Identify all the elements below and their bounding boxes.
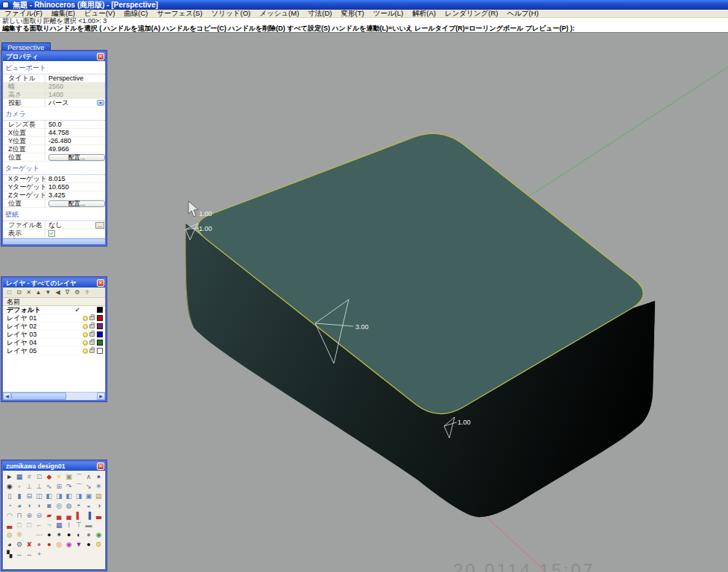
close-icon[interactable]: ✕ <box>97 53 104 60</box>
scrollbar-thumb[interactable] <box>11 393 66 400</box>
copy-layer-icon[interactable]: ⊡ <box>14 288 24 297</box>
toolbox-icon-r7c9[interactable]: ● <box>83 530 93 540</box>
menu-item-3[interactable]: 曲線(C) <box>119 10 152 17</box>
property-value[interactable]: 配置... <box>45 153 105 161</box>
toolbox-icon-r2c2[interactable]: ∘ <box>14 482 24 492</box>
toolbox-icon-r8c10[interactable]: ⚙ <box>94 540 104 550</box>
layer-panel-titlebar[interactable]: レイヤ - すべてのレイヤ ✕ <box>3 279 105 287</box>
toolbox-icon-r7c1[interactable]: ◍ <box>4 530 14 540</box>
toolbox-icon-r2c6[interactable]: ⊞ <box>54 482 64 492</box>
place-button[interactable]: 配置... <box>48 200 105 207</box>
toolbox-icon-r4c3[interactable]: ◖ <box>25 501 34 511</box>
toolbox-icon-r4c4[interactable]: ◗ <box>34 501 44 511</box>
toolbox-icon-r1c10[interactable]: ● <box>94 472 104 482</box>
menu-item-11[interactable]: レンダリング(R) <box>440 10 503 17</box>
toolbox-icon-r4c2[interactable]: ◕ <box>14 501 24 511</box>
toolbox-icon-r2c8[interactable]: ⌒ <box>74 482 83 492</box>
toolbox-icon-r3c8[interactable]: ◨ <box>74 492 83 501</box>
layer-row[interactable]: レイヤ 05 <box>3 347 105 355</box>
toolbox-icon-r6c4[interactable]: ⌐ <box>34 521 44 530</box>
toolbox-icon-r1c9[interactable]: ∧ <box>83 472 93 482</box>
move-up-icon[interactable]: ▲ <box>34 288 43 297</box>
toolbox-icon-r6c5[interactable]: ¬ <box>44 521 54 530</box>
toolbox-icon-r2c9[interactable]: ↘ <box>83 482 93 492</box>
properties-panel-titlebar[interactable]: プロパティ ✕ <box>3 52 105 61</box>
collapse-icon[interactable]: ◀ <box>53 288 63 297</box>
close-icon[interactable]: ✕ <box>97 463 104 470</box>
layer-on-bulb-icon[interactable] <box>83 340 88 346</box>
toolbox-icon-r1c2[interactable]: ▦ <box>14 472 24 482</box>
toolbox-icon-r4c7[interactable]: ◍ <box>64 501 74 511</box>
layer-color-swatch[interactable] <box>97 331 103 337</box>
toolbox-icon-r3c6[interactable]: ◨ <box>54 492 64 501</box>
browse-button[interactable]: ... <box>95 222 104 229</box>
toolbox-icon-r7c7[interactable]: ● <box>64 530 74 540</box>
toolbox-icon-r8c2[interactable]: ⚙ <box>14 540 24 550</box>
command-prompt[interactable]: 編集する面取りハンドルを選択 ( ハンドルを追加(A) ハンドルをコピー(C) … <box>0 25 728 33</box>
toolbox-icon-r6c9[interactable]: ▬ <box>83 521 93 530</box>
toolbox-icon-r4c10[interactable]: ◑ <box>94 501 104 511</box>
menu-item-2[interactable]: ビュー(V) <box>80 10 120 17</box>
toolbox-icon-r1c7[interactable]: ▣ <box>64 472 74 482</box>
menu-item-8[interactable]: 変形(T) <box>337 10 369 17</box>
toolbox-icon-r7c8[interactable]: ◐ <box>74 530 83 540</box>
menu-item-0[interactable]: ファイル(F) <box>0 10 47 17</box>
toolbox-icon-r6c6[interactable]: ▦ <box>54 521 64 530</box>
layer-lock-icon[interactable] <box>89 349 95 353</box>
layer-color-swatch[interactable] <box>97 340 103 346</box>
delete-layer-icon[interactable]: ✕ <box>24 288 34 297</box>
property-value[interactable]: -26.480 <box>45 137 105 144</box>
help-icon[interactable]: ? <box>82 288 92 297</box>
toolbox-icon-r1c3[interactable]: # <box>25 472 34 482</box>
viewport-canvas[interactable]: 1.00 1.00 3.00 1.00 20 0114 15:07 <box>0 33 728 572</box>
toolbox-icon-r8c7[interactable]: ◉ <box>64 540 74 550</box>
property-value[interactable]: パース▼ <box>45 99 105 107</box>
scroll-left-icon[interactable]: ◀ <box>3 393 11 400</box>
layer-lock-icon[interactable] <box>89 316 95 320</box>
toolbox-icon-r2c1[interactable]: ◉ <box>4 482 14 492</box>
toolbox-icon-r1c6[interactable]: ⚡ <box>54 472 64 482</box>
property-value[interactable]: Perspective <box>45 74 105 82</box>
toolbox-icon-r7c5[interactable]: ● <box>44 530 54 540</box>
toolbox-icon-r7c2[interactable]: ※ <box>14 530 24 540</box>
toolbox-icon-r9c3[interactable]: ↔ <box>25 550 34 559</box>
toolbox-icon-r8c1[interactable]: ◕ <box>4 540 14 550</box>
toolbox-icon-r2c10[interactable]: ✳ <box>94 482 104 492</box>
toolbox-icon-r5c4[interactable]: ⊖ <box>34 511 44 521</box>
menu-item-12[interactable]: ヘルプ(H) <box>502 10 542 17</box>
toolbox-icon-r5c7[interactable]: ▄ <box>64 511 74 521</box>
toolbox-icon-r5c10[interactable]: ▃ <box>94 511 104 521</box>
toolbox-icon-r3c10[interactable]: ▤ <box>94 492 104 501</box>
chevron-down-icon[interactable]: ▼ <box>97 100 104 106</box>
move-down-icon[interactable]: ▼ <box>43 288 53 297</box>
place-button[interactable]: 配置... <box>48 154 105 161</box>
properties-hscrollbar[interactable] <box>3 238 105 244</box>
toolbox-icon-r4c8[interactable]: ◓ <box>74 501 83 511</box>
property-value[interactable]: 8.015 <box>45 175 105 182</box>
layer-color-swatch[interactable] <box>97 323 103 329</box>
menu-item-6[interactable]: メッシュ(M) <box>255 10 303 17</box>
layer-lock-icon[interactable] <box>89 324 95 328</box>
toolbox-icon-r4c6[interactable]: ◎ <box>54 501 64 511</box>
toolbox-icon-r4c9[interactable]: ◒ <box>83 501 93 511</box>
layer-on-bulb-icon[interactable] <box>83 324 88 329</box>
toolbox-icon-r8c4[interactable]: ● <box>34 540 44 550</box>
property-value[interactable]: 44.758 <box>45 129 105 136</box>
toolbox-icon-r6c8[interactable]: ⊤ <box>74 521 83 530</box>
toolbox-icon-r4c1[interactable]: ◔ <box>4 501 14 511</box>
toolbox-icon-r3c7[interactable]: ◧ <box>64 492 74 501</box>
menu-item-9[interactable]: ツール(L) <box>369 10 408 17</box>
toolbox-titlebar[interactable]: zumikawa design01 ✕ <box>3 462 105 471</box>
menu-item-1[interactable]: 編集(E) <box>47 10 80 17</box>
toolbox-icon-r7c6[interactable]: ✶ <box>54 530 64 540</box>
toolbox-icon-r4c5[interactable]: ◙ <box>44 501 54 511</box>
property-value[interactable]: 配置... <box>45 200 105 207</box>
close-icon[interactable]: ✕ <box>97 279 104 287</box>
menu-item-4[interactable]: サーフェス(S) <box>153 10 207 17</box>
toolbox-icon-r8c8[interactable]: ▼ <box>74 540 83 550</box>
layer-on-bulb-icon[interactable] <box>83 332 88 337</box>
toolbox-icon-r7c4[interactable]: ⋯ <box>34 530 44 540</box>
filter-icon[interactable]: ∇ <box>63 288 72 297</box>
menu-item-5[interactable]: ソリッド(O) <box>207 10 256 17</box>
toolbox-icon-r3c5[interactable]: ◧ <box>44 492 54 501</box>
